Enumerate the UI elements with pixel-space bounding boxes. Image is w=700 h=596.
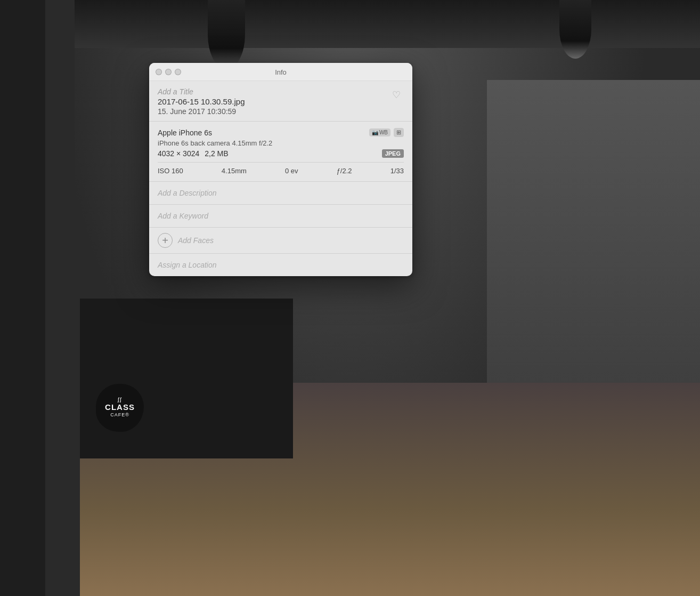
counter bbox=[80, 299, 293, 458]
camera-section: Apple iPhone 6s 📷 WB ⊞ iPhone 6s back ca… bbox=[149, 122, 412, 182]
camera-name: Apple iPhone 6s bbox=[158, 128, 212, 137]
pillar-center bbox=[45, 0, 75, 373]
description-placeholder: Add a Description bbox=[158, 189, 217, 197]
exif-ev: 0 ev bbox=[285, 167, 298, 175]
filesize: 2,2 MB bbox=[205, 149, 228, 158]
faces-section[interactable]: + Add Faces bbox=[149, 228, 412, 254]
screenshot-icon: ⊞ bbox=[394, 128, 404, 137]
panel-title: Info bbox=[275, 68, 287, 76]
wb-label: WB bbox=[379, 130, 388, 135]
add-faces-button[interactable]: + bbox=[158, 233, 173, 248]
exif-focal: 4.15mm bbox=[222, 167, 247, 175]
minimize-dot[interactable] bbox=[165, 69, 172, 75]
panel-titlebar: Info bbox=[149, 63, 412, 81]
exif-row: ISO 160 4.15mm 0 ev ƒ/2.2 1/33 bbox=[158, 162, 404, 175]
camera-row: Apple iPhone 6s 📷 WB ⊞ bbox=[158, 128, 404, 137]
ceiling bbox=[0, 0, 700, 48]
location-placeholder: Assign a Location bbox=[158, 261, 217, 269]
add-title-placeholder[interactable]: Add a Title bbox=[158, 87, 245, 96]
exif-aperture: ƒ/2.2 bbox=[337, 167, 352, 175]
panel-body: Add a Title 2017-06-15 10.30.59.jpg 15. … bbox=[149, 81, 412, 276]
exif-shutter: 1/33 bbox=[390, 167, 404, 175]
camera-icons: 📷 WB ⊞ bbox=[369, 128, 404, 137]
close-dot[interactable] bbox=[156, 69, 162, 75]
favorite-button[interactable]: ♡ bbox=[389, 87, 404, 102]
camera-symbol: 📷 bbox=[372, 130, 378, 135]
title-section: Add a Title 2017-06-15 10.30.59.jpg 15. … bbox=[149, 81, 412, 122]
format-badge: JPEG bbox=[382, 149, 404, 158]
traffic-lights bbox=[156, 69, 181, 75]
faces-label: Add Faces bbox=[178, 236, 214, 245]
keyword-section[interactable]: Add a Keyword bbox=[149, 205, 412, 228]
pillar-left bbox=[0, 0, 45, 596]
keyword-placeholder: Add a Keyword bbox=[158, 212, 208, 220]
cafe-sign: ʃʃ CLASS CAFE® bbox=[96, 384, 144, 432]
datetime: 15. June 2017 10:30:59 bbox=[158, 107, 245, 116]
maximize-dot[interactable] bbox=[175, 69, 181, 75]
filename: 2017-06-15 10.30.59.jpg bbox=[158, 97, 245, 106]
location-section[interactable]: Assign a Location bbox=[149, 254, 412, 276]
info-panel: Info Add a Title 2017-06-15 10.30.59.jpg… bbox=[149, 63, 412, 276]
wb-icon: 📷 WB bbox=[369, 128, 390, 136]
exif-iso: ISO 160 bbox=[158, 167, 183, 175]
resolution: 4032 × 3024 bbox=[158, 149, 199, 158]
title-text-group: Add a Title 2017-06-15 10.30.59.jpg 15. … bbox=[158, 87, 245, 116]
lamp-right bbox=[559, 0, 591, 59]
lamp-left bbox=[208, 0, 245, 69]
resolution-row: 4032 × 3024 2,2 MB JPEG bbox=[158, 149, 404, 158]
lens-info: iPhone 6s back camera 4.15mm f/2.2 bbox=[158, 139, 404, 147]
description-section[interactable]: Add a Description bbox=[149, 182, 412, 205]
